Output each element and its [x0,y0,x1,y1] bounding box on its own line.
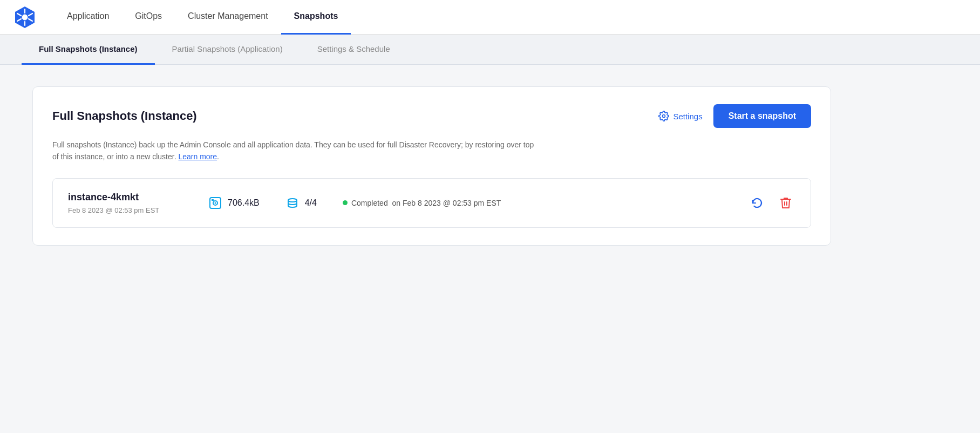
learn-more-link[interactable]: Learn more [178,152,217,161]
stat-volumes: 4/4 [285,196,317,210]
start-snapshot-button[interactable]: Start a snapshot [713,104,811,128]
db-icon [285,196,300,210]
nav-item-gitops[interactable]: GitOps [122,0,175,35]
full-snapshots-card: Full Snapshots (Instance) Settings Start… [32,86,831,246]
nav-links: Application GitOps Cluster Management Sn… [54,0,351,34]
svg-rect-12 [212,199,214,201]
card-description: Full snapshots (Instance) back up the Ad… [52,139,538,163]
stat-size: 706.4kB [208,196,260,210]
status-date: on Feb 8 2023 @ 02:53 pm EST [392,199,501,207]
settings-link[interactable]: Settings [658,111,702,121]
app-logo [13,5,37,29]
svg-point-11 [215,202,216,204]
sub-navigation: Full Snapshots (Instance) Partial Snapsh… [0,35,980,65]
card-title: Full Snapshots (Instance) [52,109,197,123]
delete-button[interactable] [776,193,795,213]
stat-size-value: 706.4kB [228,198,260,208]
tab-settings-schedule[interactable]: Settings & Schedule [300,35,407,65]
main-content: Full Snapshots (Instance) Settings Start… [0,65,863,278]
status-label: Completed [351,199,388,207]
snapshot-info: instance-4kmkt Feb 8 2023 @ 02:53 pm EST [68,192,176,214]
svg-point-1 [22,15,28,20]
disk-icon [208,196,222,210]
nav-item-snapshots[interactable]: Snapshots [281,0,351,35]
stat-volumes-value: 4/4 [305,198,317,208]
restore-button[interactable] [747,193,767,213]
tab-full-snapshots[interactable]: Full Snapshots (Instance) [22,35,155,65]
nav-item-application[interactable]: Application [54,0,122,35]
snapshot-name: instance-4kmkt [68,192,176,203]
svg-point-8 [663,115,665,118]
gear-icon [658,111,669,121]
status-text: Completed on Feb 8 2023 @ 02:53 pm EST [351,199,501,207]
card-actions: Settings Start a snapshot [658,104,811,128]
snapshot-date: Feb 8 2023 @ 02:53 pm EST [68,206,176,214]
nav-item-cluster-management[interactable]: Cluster Management [175,0,281,35]
restore-icon [750,196,764,210]
svg-point-13 [288,199,297,202]
card-header: Full Snapshots (Instance) Settings Start… [52,104,811,128]
stats-status-col: Completed on Feb 8 2023 @ 02:53 pm EST [343,199,501,207]
snapshot-status: Completed on Feb 8 2023 @ 02:53 pm EST [343,199,501,207]
snapshot-row: instance-4kmkt Feb 8 2023 @ 02:53 pm EST… [52,178,811,228]
settings-label: Settings [673,112,702,121]
description-text: Full snapshots (Instance) back up the Ad… [52,140,534,161]
top-navigation: Application GitOps Cluster Management Sn… [0,0,980,35]
snapshot-stats: 706.4kB 4/4 Completed [208,196,725,210]
trash-icon [779,196,792,210]
tab-partial-snapshots[interactable]: Partial Snapshots (Application) [155,35,300,65]
status-indicator [343,200,348,205]
snapshot-actions [747,193,795,213]
